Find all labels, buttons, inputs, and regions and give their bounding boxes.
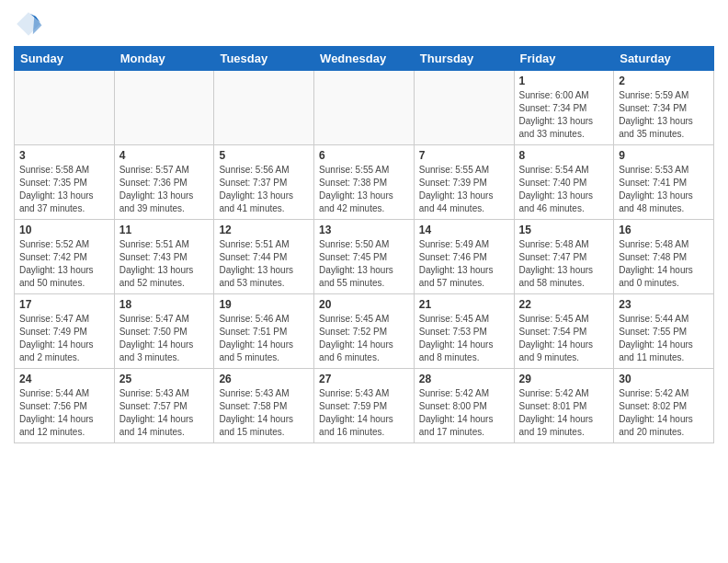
logo-icon [14,9,43,39]
day-info: Sunrise: 5:45 AM Sunset: 7:54 PM Dayligh… [519,313,609,364]
day-number: 2 [619,75,709,87]
day-number: 21 [419,298,509,311]
day-info: Sunrise: 5:46 AM Sunset: 7:51 PM Dayligh… [219,313,309,364]
day-number: 6 [319,149,409,162]
day-info: Sunrise: 5:42 AM Sunset: 8:01 PM Dayligh… [519,387,609,439]
calendar-cell: 25Sunrise: 5:43 AM Sunset: 7:57 PM Dayli… [114,369,214,443]
day-number: 1 [519,75,609,87]
calendar-cell: 24Sunrise: 5:44 AM Sunset: 7:56 PM Dayli… [15,369,115,443]
day-number: 9 [619,149,709,162]
day-header-tuesday: Tuesday [214,47,314,71]
day-header-thursday: Thursday [414,47,514,71]
day-info: Sunrise: 5:57 AM Sunset: 7:36 PM Dayligh… [119,164,210,215]
day-info: Sunrise: 5:55 AM Sunset: 7:39 PM Dayligh… [419,164,509,215]
day-number: 12 [219,224,309,236]
day-number: 13 [319,224,409,236]
day-number: 23 [619,298,709,311]
day-number: 27 [319,373,409,385]
calendar-cell: 7Sunrise: 5:55 AM Sunset: 7:39 PM Daylig… [414,145,514,220]
calendar-cell: 19Sunrise: 5:46 AM Sunset: 7:51 PM Dayli… [214,294,314,369]
logo [14,9,47,39]
day-info: Sunrise: 5:59 AM Sunset: 7:34 PM Dayligh… [619,89,709,141]
day-info: Sunrise: 5:43 AM Sunset: 7:59 PM Dayligh… [319,387,409,439]
calendar-cell: 15Sunrise: 5:48 AM Sunset: 7:47 PM Dayli… [514,220,614,294]
calendar-cell: 4Sunrise: 5:57 AM Sunset: 7:36 PM Daylig… [114,145,214,220]
day-info: Sunrise: 5:47 AM Sunset: 7:49 PM Dayligh… [19,313,109,364]
calendar-cell: 27Sunrise: 5:43 AM Sunset: 7:59 PM Dayli… [314,369,415,443]
calendar-cell: 10Sunrise: 5:52 AM Sunset: 7:42 PM Dayli… [15,220,115,294]
day-info: Sunrise: 6:00 AM Sunset: 7:34 PM Dayligh… [519,89,609,141]
calendar-cell: 2Sunrise: 5:59 AM Sunset: 7:34 PM Daylig… [614,71,714,145]
calendar-week-2: 3Sunrise: 5:58 AM Sunset: 7:35 PM Daylig… [15,145,714,220]
day-info: Sunrise: 5:45 AM Sunset: 7:53 PM Dayligh… [419,313,509,364]
day-number: 29 [519,373,609,385]
day-header-wednesday: Wednesday [314,47,415,71]
calendar-cell: 1Sunrise: 6:00 AM Sunset: 7:34 PM Daylig… [514,71,614,145]
day-number: 15 [519,224,609,236]
day-number: 25 [119,373,210,385]
day-number: 20 [319,298,409,311]
calendar-cell: 22Sunrise: 5:45 AM Sunset: 7:54 PM Dayli… [514,294,614,369]
day-info: Sunrise: 5:45 AM Sunset: 7:52 PM Dayligh… [319,313,409,364]
calendar-cell: 8Sunrise: 5:54 AM Sunset: 7:40 PM Daylig… [514,145,614,220]
calendar-cell: 6Sunrise: 5:55 AM Sunset: 7:38 PM Daylig… [314,145,415,220]
calendar-cell [414,71,514,145]
day-number: 3 [19,149,109,162]
calendar-cell [15,71,115,145]
day-number: 8 [519,149,609,162]
calendar-cell: 26Sunrise: 5:43 AM Sunset: 7:58 PM Dayli… [214,369,314,443]
day-info: Sunrise: 5:53 AM Sunset: 7:41 PM Dayligh… [619,164,709,215]
calendar-cell: 16Sunrise: 5:48 AM Sunset: 7:48 PM Dayli… [614,220,714,294]
calendar-cell: 30Sunrise: 5:42 AM Sunset: 8:02 PM Dayli… [614,369,714,443]
calendar-week-3: 10Sunrise: 5:52 AM Sunset: 7:42 PM Dayli… [15,220,714,294]
day-info: Sunrise: 5:48 AM Sunset: 7:48 PM Dayligh… [619,238,709,290]
day-number: 26 [219,373,309,385]
calendar-cell: 5Sunrise: 5:56 AM Sunset: 7:37 PM Daylig… [214,145,314,220]
day-info: Sunrise: 5:56 AM Sunset: 7:37 PM Dayligh… [219,164,309,215]
day-info: Sunrise: 5:43 AM Sunset: 7:58 PM Dayligh… [219,387,309,439]
day-info: Sunrise: 5:51 AM Sunset: 7:44 PM Dayligh… [219,238,309,290]
calendar-week-1: 1Sunrise: 6:00 AM Sunset: 7:34 PM Daylig… [15,71,714,145]
day-info: Sunrise: 5:50 AM Sunset: 7:45 PM Dayligh… [319,238,409,290]
calendar-cell: 23Sunrise: 5:44 AM Sunset: 7:55 PM Dayli… [614,294,714,369]
calendar-cell: 17Sunrise: 5:47 AM Sunset: 7:49 PM Dayli… [15,294,115,369]
day-number: 28 [419,373,509,385]
day-info: Sunrise: 5:52 AM Sunset: 7:42 PM Dayligh… [19,238,109,290]
day-info: Sunrise: 5:42 AM Sunset: 8:02 PM Dayligh… [619,387,709,439]
calendar-week-4: 17Sunrise: 5:47 AM Sunset: 7:49 PM Dayli… [15,294,714,369]
day-number: 14 [419,224,509,236]
calendar-cell: 21Sunrise: 5:45 AM Sunset: 7:53 PM Dayli… [414,294,514,369]
day-number: 10 [19,224,109,236]
day-number: 30 [619,373,709,385]
day-number: 24 [19,373,109,385]
day-info: Sunrise: 5:49 AM Sunset: 7:46 PM Dayligh… [419,238,509,290]
calendar-cell: 3Sunrise: 5:58 AM Sunset: 7:35 PM Daylig… [15,145,115,220]
calendar-cell: 12Sunrise: 5:51 AM Sunset: 7:44 PM Dayli… [214,220,314,294]
day-number: 18 [119,298,210,311]
day-number: 4 [119,149,210,162]
calendar-table: SundayMondayTuesdayWednesdayThursdayFrid… [14,46,714,443]
calendar-cell [314,71,415,145]
day-header-saturday: Saturday [614,47,714,71]
day-header-sunday: Sunday [15,47,115,71]
day-number: 11 [119,224,210,236]
day-info: Sunrise: 5:44 AM Sunset: 7:56 PM Dayligh… [19,387,109,439]
day-number: 7 [419,149,509,162]
calendar-cell: 14Sunrise: 5:49 AM Sunset: 7:46 PM Dayli… [414,220,514,294]
day-number: 19 [219,298,309,311]
day-info: Sunrise: 5:55 AM Sunset: 7:38 PM Dayligh… [319,164,409,215]
page-container: SundayMondayTuesdayWednesdayThursdayFrid… [0,0,728,453]
calendar-cell: 13Sunrise: 5:50 AM Sunset: 7:45 PM Dayli… [314,220,415,294]
day-number: 22 [519,298,609,311]
day-info: Sunrise: 5:48 AM Sunset: 7:47 PM Dayligh… [519,238,609,290]
page-header [14,9,714,39]
day-info: Sunrise: 5:58 AM Sunset: 7:35 PM Dayligh… [19,164,109,215]
day-info: Sunrise: 5:47 AM Sunset: 7:50 PM Dayligh… [119,313,210,364]
calendar-cell [114,71,214,145]
day-number: 17 [19,298,109,311]
day-info: Sunrise: 5:54 AM Sunset: 7:40 PM Dayligh… [519,164,609,215]
calendar-cell [214,71,314,145]
calendar-cell: 20Sunrise: 5:45 AM Sunset: 7:52 PM Dayli… [314,294,415,369]
day-info: Sunrise: 5:43 AM Sunset: 7:57 PM Dayligh… [119,387,210,439]
svg-marker-1 [33,15,42,34]
